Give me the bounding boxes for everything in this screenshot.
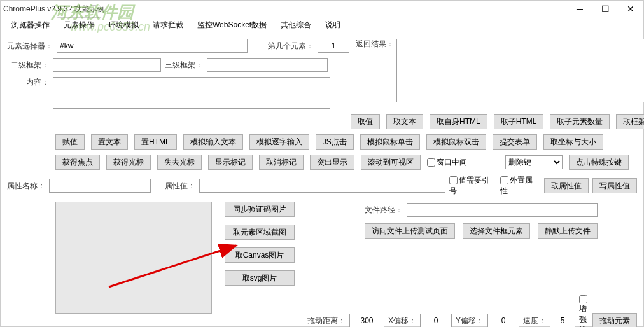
btn-sim-type[interactable]: 模拟逐字输入 bbox=[249, 134, 309, 150]
btn-get-rect[interactable]: 取坐标与大小 bbox=[543, 134, 603, 150]
tab-env[interactable]: 环境模拟 bbox=[101, 17, 146, 32]
label-need-quote[interactable]: 值需要引号 bbox=[449, 175, 496, 197]
tab-help[interactable]: 说明 bbox=[318, 17, 347, 32]
btn-get-svg[interactable]: 取svg图片 bbox=[225, 270, 295, 286]
btn-set-attr[interactable]: 写属性值 bbox=[592, 178, 637, 193]
label-external-attr[interactable]: 外置属性 bbox=[500, 175, 540, 197]
yoffset-input[interactable] bbox=[487, 314, 519, 327]
tab-other[interactable]: 其他综合 bbox=[274, 17, 318, 32]
btn-set-value[interactable]: 赋值 bbox=[55, 134, 85, 150]
result-output[interactable] bbox=[396, 39, 644, 102]
label-speed: 速度： bbox=[523, 316, 546, 326]
btn-get-text[interactable]: 取文本 bbox=[386, 114, 423, 129]
nth-input[interactable] bbox=[318, 39, 349, 53]
btn-sim-click[interactable]: 模拟鼠标单击 bbox=[360, 134, 420, 150]
btn-screenshot-region[interactable]: 取元素区域截图 bbox=[225, 225, 295, 240]
chk-need-quote[interactable] bbox=[449, 176, 458, 184]
btn-drag-element[interactable]: 拖动元素 bbox=[592, 313, 637, 327]
label-xoffset: X偏移： bbox=[388, 316, 416, 326]
btn-set-text[interactable]: 置文本 bbox=[91, 134, 128, 150]
btn-special-key[interactable]: 点击特殊按键 bbox=[569, 155, 629, 170]
label-yoffset: Y偏移： bbox=[456, 316, 484, 326]
tab-browser[interactable]: 浏览器操作 bbox=[4, 17, 57, 32]
btn-focus[interactable]: 获得焦点 bbox=[55, 155, 100, 170]
btn-submit[interactable]: 提交表单 bbox=[493, 134, 537, 150]
maximize-button[interactable]: ☐ bbox=[592, 1, 618, 17]
btn-sync-captcha[interactable]: 同步验证码图片 bbox=[225, 202, 295, 217]
minimize-button[interactable]: ─ bbox=[567, 1, 592, 17]
btn-sim-dblclick[interactable]: 模拟鼠标双击 bbox=[426, 134, 486, 150]
btn-get-innerhtml[interactable]: 取子HTML bbox=[494, 114, 544, 129]
label-content: 内容： bbox=[7, 77, 49, 88]
label-enhance[interactable]: 增强模式 bbox=[579, 295, 589, 327]
label-dragdist: 拖动距离： bbox=[307, 316, 346, 326]
btn-sim-input[interactable]: 模拟输入文本 bbox=[183, 134, 243, 150]
tab-intercept[interactable]: 请求拦截 bbox=[146, 17, 190, 32]
btn-visit-upload-test[interactable]: 访问文件上传测试页面 bbox=[365, 223, 455, 239]
btn-scrollto[interactable]: 滚动到可视区 bbox=[361, 155, 421, 170]
tab-element[interactable]: 元素操作 bbox=[57, 17, 101, 32]
selector-input[interactable] bbox=[57, 39, 248, 53]
btn-get-canvas[interactable]: 取Canvas图片 bbox=[225, 247, 295, 263]
btn-get-framesrc[interactable]: 取框架源码 bbox=[616, 114, 644, 129]
attr-val-input[interactable] bbox=[199, 179, 445, 193]
btn-get-attr[interactable]: 取属性值 bbox=[544, 178, 589, 193]
chk-window-center[interactable] bbox=[427, 158, 435, 167]
btn-get-childcount[interactable]: 取子元素数量 bbox=[550, 114, 610, 129]
frame2-input[interactable] bbox=[53, 58, 161, 72]
filepath-input[interactable] bbox=[407, 203, 598, 217]
label-window-center[interactable]: 窗口中间 bbox=[427, 157, 467, 168]
label-attr-val: 属性值： bbox=[165, 181, 195, 191]
label-frame3: 三级框架： bbox=[165, 60, 203, 71]
btn-lose-cursor[interactable]: 失去光标 bbox=[157, 155, 202, 170]
tab-bar: 浏览器操作 元素操作 环境模拟 请求拦截 监控WebSocket数据 其他综合 … bbox=[1, 17, 643, 32]
btn-select-file-el[interactable]: 选择文件框元素 bbox=[463, 223, 530, 239]
window-title: ChromePlus v2.9.32 功能示例 bbox=[3, 4, 105, 15]
label-filepath: 文件路径： bbox=[365, 205, 403, 216]
xoffset-input[interactable] bbox=[420, 314, 452, 327]
attr-name-input[interactable] bbox=[49, 179, 151, 193]
content-input[interactable] bbox=[53, 77, 330, 109]
label-nth: 第几个元素： bbox=[268, 41, 314, 52]
btn-get-outerhtml[interactable]: 取自身HTML bbox=[430, 114, 487, 129]
btn-highlight[interactable]: 突出显示 bbox=[310, 155, 354, 170]
chk-enhance[interactable] bbox=[579, 295, 587, 303]
btn-get-cursor[interactable]: 获得光标 bbox=[106, 155, 151, 170]
label-result: 返回结果： bbox=[356, 39, 394, 50]
btn-show-mark[interactable]: 显示标记 bbox=[208, 155, 253, 170]
dragdist-input[interactable] bbox=[349, 314, 384, 327]
btn-set-html[interactable]: 置HTML bbox=[134, 134, 177, 150]
chk-external-attr[interactable] bbox=[500, 176, 508, 184]
close-button[interactable]: ✕ bbox=[618, 1, 643, 17]
label-selector: 元素选择器： bbox=[7, 41, 53, 52]
frame3-input[interactable] bbox=[207, 58, 328, 72]
image-preview bbox=[55, 202, 212, 314]
btn-silent-upload[interactable]: 静默上传文件 bbox=[538, 223, 598, 239]
select-key[interactable]: 删除键 bbox=[505, 155, 563, 169]
btn-hide-mark[interactable]: 取消标记 bbox=[259, 155, 304, 170]
speed-input[interactable] bbox=[550, 314, 575, 327]
tab-websocket[interactable]: 监控WebSocket数据 bbox=[190, 17, 274, 32]
btn-get-value[interactable]: 取值 bbox=[351, 114, 380, 129]
btn-js-click[interactable]: JS点击 bbox=[316, 134, 354, 150]
label-frame2: 二级框架： bbox=[7, 60, 49, 71]
label-attr-name: 属性名称： bbox=[7, 181, 45, 191]
